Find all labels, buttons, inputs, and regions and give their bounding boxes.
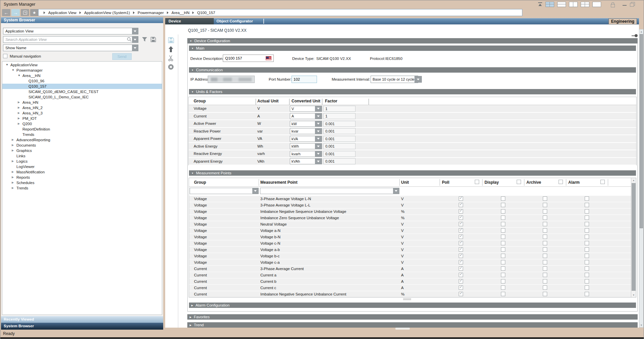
alarm-checkbox[interactable] xyxy=(585,285,589,290)
tree-item[interactable]: Q100_157 xyxy=(2,84,162,89)
breadcrumb-item[interactable]: Q100_157 xyxy=(197,11,215,15)
chevron-down-icon[interactable] xyxy=(315,129,322,134)
alarm-checkbox[interactable] xyxy=(585,203,589,207)
tree-item[interactable]: ReportDefinition xyxy=(2,126,162,132)
recently-viewed-bar[interactable]: Recently Viewed xyxy=(1,316,163,323)
section-favorites[interactable]: ▶Favorites xyxy=(187,314,638,320)
tree-expander-icon[interactable] xyxy=(12,159,16,164)
archive-checkbox[interactable] xyxy=(543,235,547,239)
port-number-input[interactable] xyxy=(292,76,317,83)
cut-button[interactable] xyxy=(168,55,174,62)
delete-button[interactable] xyxy=(168,64,174,71)
display-checkbox[interactable] xyxy=(501,203,505,207)
poll-checkbox[interactable] xyxy=(459,273,463,277)
tree-expander-icon[interactable] xyxy=(12,169,16,175)
scrollbar-thumb[interactable] xyxy=(640,34,643,228)
archive-checkbox[interactable] xyxy=(543,292,547,296)
archive-checkbox[interactable] xyxy=(543,203,547,207)
tree-item[interactable]: Logics xyxy=(2,159,162,164)
layout-grid-button-1[interactable] xyxy=(545,2,554,7)
display-checkbox[interactable] xyxy=(501,279,505,283)
measurement-interval-dropdown[interactable]: Base 10 cycle or 12 cycle xyxy=(371,76,418,83)
alarm-checkbox[interactable] xyxy=(585,241,589,245)
converted-unit-dropdown[interactable]: kVA xyxy=(290,136,322,142)
alarm-checkbox[interactable] xyxy=(585,273,589,277)
tree-item[interactable]: Area_HN xyxy=(2,100,162,105)
system-browser-bar[interactable]: System Browser xyxy=(1,323,163,330)
breadcrumb-item[interactable]: ApplicationView (System1) xyxy=(84,11,130,15)
alarm-checkbox[interactable] xyxy=(585,209,589,214)
chevron-down-icon[interactable] xyxy=(132,36,138,43)
tree-item[interactable]: AdvancedReporting xyxy=(2,137,162,143)
restore-button[interactable] xyxy=(630,2,635,7)
converted-unit-dropdown[interactable]: V xyxy=(290,106,322,112)
ip-address-input[interactable] xyxy=(208,76,255,83)
poll-checkbox[interactable] xyxy=(459,247,463,252)
tree-item[interactable]: Powermanager xyxy=(2,68,162,73)
poll-select-all-checkbox[interactable] xyxy=(475,180,479,184)
scroll-down-icon[interactable]: ▼ xyxy=(639,323,643,327)
archive-checkbox[interactable] xyxy=(543,260,547,264)
archive-checkbox[interactable] xyxy=(543,196,547,201)
tree-item[interactable]: PM_IOT xyxy=(2,116,162,121)
measurement-table-row[interactable]: Voltage 3-Phase Average Voltage L-N V xyxy=(189,196,636,202)
move-up-button[interactable] xyxy=(168,46,174,53)
alarm-checkbox[interactable] xyxy=(585,216,589,220)
tree-item[interactable]: LogViewer xyxy=(2,164,162,169)
alarm-checkbox[interactable] xyxy=(585,266,589,271)
display-checkbox[interactable] xyxy=(501,266,505,271)
tree-expander-icon[interactable] xyxy=(18,121,22,126)
display-checkbox[interactable] xyxy=(501,254,505,258)
tree-item[interactable]: Reports xyxy=(2,175,162,180)
measurement-table-row[interactable]: Voltage Voltage a-N V xyxy=(189,228,636,234)
display-checkbox[interactable] xyxy=(501,260,505,264)
chevron-down-icon[interactable] xyxy=(414,76,422,83)
breadcrumb-item[interactable]: Area__HN xyxy=(172,11,190,15)
chevron-down-icon[interactable] xyxy=(315,159,322,164)
tree-expander-icon[interactable] xyxy=(18,100,22,105)
measurement-table-row[interactable]: Voltage Voltage b-N V xyxy=(189,234,636,240)
poll-checkbox[interactable] xyxy=(459,241,463,245)
chevron-down-icon[interactable] xyxy=(132,45,138,51)
display-checkbox[interactable] xyxy=(501,222,505,226)
measurement-table-row[interactable]: Voltage Voltage c-N V xyxy=(189,240,636,247)
factor-input[interactable]: 0.001 xyxy=(323,136,356,142)
chevron-down-icon[interactable] xyxy=(315,113,322,119)
tree-item[interactable]: Q200 xyxy=(2,121,162,126)
converted-unit-dropdown[interactable]: A xyxy=(290,113,322,119)
chevron-down-icon[interactable] xyxy=(315,144,322,149)
tree-item[interactable]: Trends xyxy=(2,185,162,191)
alarm-checkbox[interactable] xyxy=(585,196,589,201)
archive-checkbox[interactable] xyxy=(543,209,547,214)
alarm-checkbox[interactable] xyxy=(585,228,589,233)
save-button[interactable] xyxy=(168,37,174,44)
tree-expander-icon[interactable] xyxy=(12,143,16,148)
layout-quad-button[interactable] xyxy=(581,2,589,7)
archive-checkbox[interactable] xyxy=(543,247,547,252)
display-checkbox[interactable] xyxy=(501,247,505,252)
tree-item[interactable]: Graphics xyxy=(2,148,162,153)
section-trend[interactable]: ▶Trend xyxy=(187,322,638,328)
tree-expander-icon[interactable] xyxy=(12,185,16,191)
factor-input[interactable]: 0.001 xyxy=(323,158,356,164)
scroll-up-icon[interactable]: ▲ xyxy=(639,29,643,34)
archive-checkbox[interactable] xyxy=(543,222,547,226)
poll-checkbox[interactable] xyxy=(459,260,463,264)
measurement-table-vertical-scrollbar[interactable]: ▲ ▼ xyxy=(631,178,636,297)
measurement-table-row[interactable]: Current 3-Phase Average Current A xyxy=(189,266,636,272)
poll-checkbox[interactable] xyxy=(459,222,463,226)
measurement-table-row[interactable]: Voltage Imbalance Negative Sequence Unba… xyxy=(189,208,636,215)
tree-expander-icon[interactable] xyxy=(18,116,22,121)
archive-checkbox[interactable] xyxy=(543,285,547,290)
archive-checkbox[interactable] xyxy=(543,241,547,245)
archive-checkbox[interactable] xyxy=(543,279,547,283)
tree-expander-icon[interactable] xyxy=(12,137,16,143)
section-device-configuration[interactable]: ▼Device Configuration xyxy=(187,38,638,44)
search-input[interactable] xyxy=(3,37,127,42)
tree-expander-icon[interactable] xyxy=(12,148,16,153)
converted-unit-dropdown[interactable]: kW xyxy=(290,121,322,127)
poll-checkbox[interactable] xyxy=(459,235,463,239)
chevron-down-icon[interactable] xyxy=(315,136,322,142)
display-checkbox[interactable] xyxy=(501,292,505,296)
factor-input[interactable]: 0.001 xyxy=(323,143,356,149)
